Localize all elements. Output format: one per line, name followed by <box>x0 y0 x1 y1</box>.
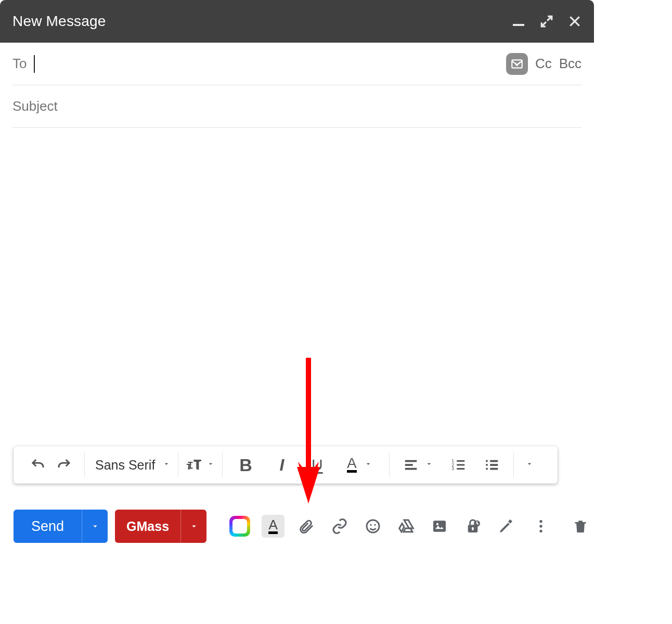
subject-row <box>12 85 581 128</box>
insert-signature-icon[interactable] <box>495 515 518 538</box>
svg-point-8 <box>486 468 488 470</box>
toolbar-separator <box>84 452 85 477</box>
send-button[interactable]: Send <box>14 510 82 543</box>
subject-input[interactable] <box>12 98 581 114</box>
numbered-list-button[interactable]: 123 <box>446 452 472 477</box>
toolbar-separator <box>222 452 223 477</box>
chevron-down-icon <box>206 460 215 470</box>
svg-point-11 <box>374 524 376 526</box>
window-controls <box>512 15 581 28</box>
compose-window: New Message To <box>0 0 594 551</box>
to-input[interactable] <box>35 54 506 74</box>
toolbar-separator <box>513 452 514 477</box>
chevron-down-icon <box>162 460 171 470</box>
svg-rect-12 <box>433 521 446 531</box>
chevron-down-icon <box>525 460 534 470</box>
chevron-down-icon <box>425 460 433 470</box>
more-options-icon[interactable] <box>529 515 552 538</box>
send-more-button[interactable] <box>82 510 108 543</box>
gmass-more-button[interactable] <box>180 510 206 543</box>
send-split-button: Send <box>14 510 108 543</box>
svg-point-6 <box>486 460 488 462</box>
chevron-down-icon <box>364 460 372 470</box>
insert-emoji-icon[interactable] <box>361 515 384 538</box>
svg-point-13 <box>436 523 438 525</box>
underline-button[interactable]: U <box>306 452 328 477</box>
to-row: To Cc Bcc <box>12 43 581 85</box>
svg-text:т: т <box>187 460 192 472</box>
close-icon[interactable] <box>568 15 581 28</box>
confidential-mode-icon[interactable] <box>461 515 484 538</box>
instagram-extension-icon[interactable] <box>228 515 251 538</box>
svg-point-10 <box>370 524 371 526</box>
svg-point-19 <box>539 530 542 532</box>
discard-draft-icon[interactable] <box>569 515 592 538</box>
undo-button[interactable] <box>25 452 51 477</box>
format-toolbar: Sans Serif тT B I U A 123 <box>14 446 558 484</box>
bold-button[interactable]: B <box>234 452 257 477</box>
font-size-button[interactable]: тT <box>180 452 220 477</box>
insert-drive-icon[interactable] <box>395 515 418 538</box>
attach-file-icon[interactable] <box>295 515 318 538</box>
redo-button[interactable] <box>51 452 77 477</box>
window-title: New Message <box>12 13 512 30</box>
compose-tool-icons: A <box>228 515 524 538</box>
svg-rect-20 <box>575 522 586 524</box>
expand-icon[interactable] <box>540 15 553 28</box>
bcc-button[interactable]: Bcc <box>559 56 581 72</box>
bottom-bar: Send GMass A <box>14 508 594 545</box>
toolbar-separator <box>389 452 390 477</box>
font-family-select[interactable]: Sans Serif <box>87 452 176 477</box>
formatting-options-button[interactable]: A <box>262 515 285 538</box>
align-button[interactable] <box>398 452 438 477</box>
svg-point-7 <box>486 464 488 466</box>
to-label: To <box>12 56 27 72</box>
text-color-button[interactable]: A <box>342 452 378 477</box>
toolbar-separator <box>178 452 178 477</box>
minimize-button[interactable] <box>512 15 525 28</box>
bulleted-list-button[interactable] <box>479 452 505 477</box>
gmass-split-button: GMass <box>115 510 206 543</box>
italic-button[interactable]: I <box>271 452 293 477</box>
gmass-button[interactable]: GMass <box>115 510 180 543</box>
titlebar: New Message <box>0 0 594 43</box>
svg-point-17 <box>539 520 542 523</box>
insert-link-icon[interactable] <box>328 515 351 538</box>
insert-photo-icon[interactable] <box>428 515 451 538</box>
gmass-extension-icon[interactable] <box>506 53 528 75</box>
svg-text:T: T <box>193 457 201 473</box>
svg-point-9 <box>367 520 379 532</box>
header-fields: To Cc Bcc <box>0 43 594 128</box>
cc-button[interactable]: Cc <box>535 56 552 72</box>
svg-text:3: 3 <box>451 466 454 471</box>
more-formatting-button[interactable] <box>516 452 539 477</box>
svg-point-18 <box>539 525 542 527</box>
